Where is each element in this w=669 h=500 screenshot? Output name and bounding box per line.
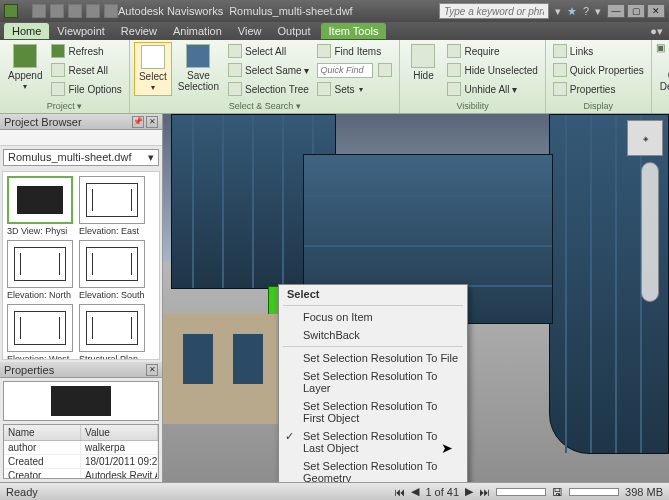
file-options-button[interactable]: File Options bbox=[48, 80, 124, 98]
project-browser-panel: Project Browser 📌✕ Romulus_multi-sheet.d… bbox=[0, 114, 163, 482]
unhide-all-button[interactable]: Unhide All ▾ bbox=[444, 80, 540, 98]
qprops-icon bbox=[553, 63, 567, 77]
quick-find-row bbox=[314, 61, 395, 79]
panel-close-icon[interactable]: ✕ bbox=[146, 364, 158, 376]
group-label-display: Display bbox=[546, 101, 651, 113]
sheet-prev-icon[interactable]: ◀ bbox=[411, 485, 419, 498]
properties-grid[interactable]: NameValue authorwalkerpa Created18/01/20… bbox=[3, 424, 159, 479]
properties-button[interactable]: Properties bbox=[550, 80, 647, 98]
ribbon-help-icon[interactable]: ●▾ bbox=[644, 25, 669, 38]
sets-button[interactable]: Sets▾ bbox=[314, 80, 395, 98]
quick-find-go-icon[interactable] bbox=[378, 63, 392, 77]
tab-item-tools[interactable]: Item Tools bbox=[321, 23, 387, 39]
select-all-button[interactable]: Select All bbox=[225, 42, 312, 60]
properties-header[interactable]: Properties✕ bbox=[0, 362, 162, 378]
append-button[interactable]: Append▾ bbox=[4, 42, 46, 94]
thumb-3d-view[interactable] bbox=[7, 176, 73, 224]
ctx-focus[interactable]: Focus on Item bbox=[279, 308, 467, 326]
group-label-tools: Tools bbox=[652, 101, 669, 113]
sheet-thumbnails: 3D View: Physi Elevation: East Elevation… bbox=[2, 171, 160, 360]
qat-redo-icon[interactable] bbox=[104, 4, 118, 18]
sheet-first-icon[interactable]: ⏮ bbox=[394, 486, 405, 498]
require-icon bbox=[447, 44, 461, 58]
tab-view[interactable]: View bbox=[230, 23, 270, 39]
ribbon-group-project: Append▾ Refresh Reset All File Options P… bbox=[0, 40, 130, 113]
tree-icon bbox=[228, 82, 242, 96]
grid-cell: Autodesk Revit Architectu bbox=[81, 469, 158, 479]
thumb-caption: Elevation: East bbox=[79, 226, 147, 236]
tab-output[interactable]: Output bbox=[270, 23, 319, 39]
ctx-res-last[interactable]: ✓Set Selection Resolution To Last Object bbox=[279, 427, 467, 457]
ctx-res-first[interactable]: Set Selection Resolution To First Object bbox=[279, 397, 467, 427]
sheet-dropdown[interactable]: Romulus_multi-sheet.dwf▾ bbox=[3, 149, 159, 166]
properties-panel: Properties✕ NameValue authorwalkerpa Cre… bbox=[0, 362, 162, 482]
thumb-caption: Elevation: South bbox=[79, 290, 147, 300]
viewcube[interactable]: ◈ bbox=[627, 120, 663, 156]
reset-icon bbox=[51, 63, 65, 77]
ctx-res-layer[interactable]: Set Selection Resolution To Layer bbox=[279, 367, 467, 397]
group-label-selsearch: Select & Search ▾ bbox=[130, 101, 400, 113]
grid-cell: 18/01/2011 09:24:07 bbox=[81, 455, 158, 468]
group-label-visibility: Visibility bbox=[400, 101, 544, 113]
reset-all-button[interactable]: Reset All bbox=[48, 61, 124, 79]
qat-new-icon[interactable] bbox=[32, 4, 46, 18]
app-logo-icon[interactable] bbox=[4, 4, 18, 18]
thumb-elevation-north[interactable] bbox=[7, 240, 73, 288]
workspace: Project Browser 📌✕ Romulus_multi-sheet.d… bbox=[0, 114, 669, 482]
grid-cell: author bbox=[4, 441, 81, 454]
panel-close-icon[interactable]: ✕ bbox=[146, 116, 158, 128]
ctx-switchback[interactable]: SwitchBack bbox=[279, 326, 467, 344]
ctx-res-geom[interactable]: Set Selection Resolution To Geometry bbox=[279, 457, 467, 482]
maximize-button[interactable]: ▢ bbox=[627, 4, 645, 18]
tab-home[interactable]: Home bbox=[4, 23, 49, 39]
browser-toolbar bbox=[0, 130, 162, 146]
memory-bar bbox=[569, 488, 619, 496]
selection-tree-button[interactable]: Selection Tree bbox=[225, 80, 312, 98]
thumb-caption: 3D View: Physi bbox=[7, 226, 75, 236]
3d-viewport[interactable]: ◈ Select Focus on Item SwitchBack Set Se… bbox=[163, 114, 669, 482]
thumb-structural-plan[interactable] bbox=[79, 304, 145, 352]
grid-cell: Created bbox=[4, 455, 81, 468]
save-selection-button[interactable]: Save Selection bbox=[174, 42, 223, 94]
sheet-next-icon[interactable]: ▶ bbox=[465, 485, 473, 498]
sheet-last-icon[interactable]: ⏭ bbox=[479, 486, 490, 498]
hide-button[interactable]: Hide bbox=[404, 42, 442, 83]
ribbon-group-display: Links Quick Properties Properties Displa… bbox=[546, 40, 652, 113]
grid-header-name[interactable]: Name bbox=[4, 425, 81, 440]
hide-unselected-button[interactable]: Hide Unselected bbox=[444, 61, 540, 79]
project-browser-header[interactable]: Project Browser 📌✕ bbox=[0, 114, 162, 130]
qat-save-icon[interactable] bbox=[68, 4, 82, 18]
select-button[interactable]: Select▾ bbox=[134, 42, 172, 96]
ctx-res-file[interactable]: Set Selection Resolution To File bbox=[279, 349, 467, 367]
quick-props-button[interactable]: Quick Properties bbox=[550, 61, 647, 79]
links-button[interactable]: Links bbox=[550, 42, 647, 60]
tab-viewpoint[interactable]: Viewpoint bbox=[49, 23, 113, 39]
clash-detective-button[interactable]: Clash Detective bbox=[656, 42, 669, 94]
refresh-button[interactable]: Refresh bbox=[48, 42, 124, 60]
unhide-icon bbox=[447, 82, 461, 96]
tab-review[interactable]: Review bbox=[113, 23, 165, 39]
ribbon-group-tools: Clash Detective TimeLiner Presenter Anim… bbox=[652, 40, 669, 113]
minimize-button[interactable]: — bbox=[607, 4, 625, 18]
select-same-button[interactable]: Select Same ▾ bbox=[225, 61, 312, 79]
group-label-project: Project ▾ bbox=[0, 101, 129, 113]
thumb-elevation-south[interactable] bbox=[79, 240, 145, 288]
nav-bar[interactable] bbox=[641, 162, 659, 302]
quick-find-input[interactable] bbox=[317, 63, 373, 78]
thumb-caption: Elevation: North bbox=[7, 290, 75, 300]
grid-cell: walkerpa bbox=[81, 441, 158, 454]
qat-undo-icon[interactable] bbox=[86, 4, 100, 18]
thumb-elevation-east[interactable] bbox=[79, 176, 145, 224]
disk-icon[interactable]: 🖫 bbox=[552, 486, 563, 498]
tab-animation[interactable]: Animation bbox=[165, 23, 230, 39]
require-button[interactable]: Require bbox=[444, 42, 540, 60]
help-search-input[interactable] bbox=[439, 3, 549, 19]
hide-icon bbox=[411, 44, 435, 68]
qat-open-icon[interactable] bbox=[50, 4, 64, 18]
find-items-button[interactable]: Find Items bbox=[314, 42, 395, 60]
thumb-elevation-west[interactable] bbox=[7, 304, 73, 352]
links-icon bbox=[553, 44, 567, 58]
grid-header-value[interactable]: Value bbox=[81, 425, 158, 440]
panel-pin-icon[interactable]: 📌 bbox=[132, 116, 144, 128]
close-button[interactable]: ✕ bbox=[647, 4, 665, 18]
